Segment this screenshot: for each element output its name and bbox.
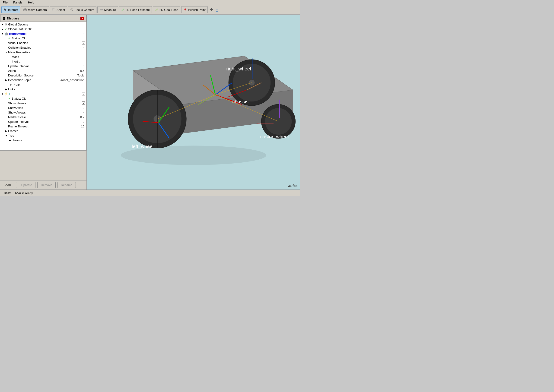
tf-label: TF: [9, 92, 81, 96]
frame-timeout-label: Frame Timeout: [8, 125, 81, 128]
tree-mass-properties[interactable]: ▼ Mass Properties: [0, 50, 86, 55]
goal-pose-button[interactable]: 2D Goal Pose: [153, 6, 180, 13]
left-wheel-label: left_wheel: [132, 144, 153, 149]
properties-panel: [0, 150, 86, 180]
visual-enabled-label: Visual Enabled: [8, 41, 81, 45]
reset-button[interactable]: Reset: [2, 191, 13, 195]
pose-estimate-icon: [121, 8, 125, 12]
expand-description-topic[interactable]: ▶: [5, 78, 8, 81]
status-message: RViz is ready.: [15, 191, 33, 195]
select-label: Select: [57, 8, 65, 12]
tree-show-arrows[interactable]: ▶ Show Arrows: [0, 110, 86, 115]
update-interval-tf-label: Update Interval: [8, 120, 83, 124]
collision-enabled-checkbox[interactable]: [82, 46, 85, 49]
menu-file[interactable]: File: [2, 0, 9, 4]
tree-show-axes[interactable]: ▶ Show Axes: [0, 105, 86, 110]
remove-toolbar-icon[interactable]: −: [215, 7, 219, 12]
tree-update-interval[interactable]: ▶ Update Interval 0: [0, 64, 86, 68]
tree-chassis[interactable]: ▶ chassis: [0, 138, 86, 142]
expand-robot-model[interactable]: ▼: [1, 32, 4, 35]
tree-collision-enabled[interactable]: ▶ Collision Enabled: [0, 45, 86, 50]
move-camera-button[interactable]: Move Camera: [21, 6, 49, 13]
goal-pose-icon: [155, 8, 159, 12]
mass-checkbox[interactable]: [82, 55, 85, 58]
tree-area[interactable]: ▶ ⚙ Global Options ▶ ✓ Global Status: Ok…: [0, 22, 86, 150]
marker-scale-value: 0.7: [80, 115, 85, 119]
tree-inertia[interactable]: ▶ Inertia: [0, 59, 86, 64]
frame-timeout-value: 15: [81, 125, 85, 128]
robot-model-checkbox[interactable]: [82, 32, 85, 35]
tree-robot-model[interactable]: ▼ 🤖 RobotModel: [0, 31, 86, 36]
description-source-label: Description Source: [8, 74, 78, 77]
tree-robot-status[interactable]: ▶ ✓ Status: Ok: [0, 36, 86, 41]
tree-tf-status[interactable]: ▶ ✓ Status: Ok: [0, 96, 86, 101]
tree-marker-scale[interactable]: ▶ Marker Scale 0.7: [0, 115, 86, 119]
menu-panels[interactable]: Panels: [12, 0, 23, 4]
svg-point-33: [249, 80, 255, 85]
show-axes-checkbox[interactable]: [82, 106, 85, 109]
tree-alpha[interactable]: ▶ Alpha 0.5: [0, 68, 86, 73]
interact-label: Interact: [8, 8, 18, 12]
tree-tf-prefix[interactable]: ▶ TF Prefix: [0, 82, 86, 87]
right-wheel-label: right_wheel: [226, 66, 251, 72]
pose-estimate-button[interactable]: 2D Pose Estimate: [119, 6, 152, 13]
tree-update-interval-tf[interactable]: ▶ Update Interval 0: [0, 119, 86, 124]
status-bar: Reset RViz is ready.: [0, 189, 300, 196]
inertia-checkbox[interactable]: [82, 60, 85, 63]
svg-point-2: [25, 9, 26, 10]
camera-icon: [23, 8, 27, 12]
3d-viewport[interactable]: ◀ ▶: [87, 15, 300, 189]
tree-global-status[interactable]: ▶ ✓ Global Status: Ok: [0, 27, 86, 31]
expand-tree[interactable]: ▼: [5, 134, 8, 137]
show-names-checkbox[interactable]: [82, 101, 85, 105]
alpha-label: Alpha: [8, 69, 80, 72]
tree-label: Tree: [8, 134, 85, 137]
show-arrows-checkbox[interactable]: [82, 111, 85, 114]
remove-button[interactable]: Remove: [37, 182, 55, 188]
add-toolbar-icon[interactable]: ✚: [209, 7, 214, 12]
svg-point-43: [265, 108, 291, 135]
displays-title: 🖥 Displays: [2, 17, 19, 20]
pin-icon: [183, 8, 187, 12]
expand-tf[interactable]: ▼: [1, 92, 4, 95]
expand-frames[interactable]: ▶: [5, 130, 8, 132]
tree-description-source[interactable]: ▶ Description Source Topic: [0, 73, 86, 78]
focus-camera-button[interactable]: Focus Camera: [68, 6, 96, 13]
tree-links[interactable]: ▶ Links: [0, 87, 86, 91]
expand-mass-properties[interactable]: ▼: [5, 51, 8, 54]
tree-global-options[interactable]: ▶ ⚙ Global Options: [0, 22, 86, 27]
tree-frames[interactable]: ▶ Frames: [0, 129, 86, 133]
duplicate-button[interactable]: Duplicate: [16, 182, 36, 188]
measure-button[interactable]: Measure: [97, 6, 118, 13]
select-button[interactable]: Select: [50, 6, 67, 13]
tree-visual-enabled[interactable]: ▶ Visual Enabled: [0, 41, 86, 45]
tree-frame-timeout[interactable]: ▶ Frame Timeout 15: [0, 124, 86, 129]
frames-label: Frames: [8, 129, 85, 133]
displays-header: 🖥 Displays ✕: [0, 15, 86, 22]
svg-rect-3: [25, 8, 26, 9]
add-button[interactable]: Add: [2, 182, 14, 188]
close-displays-button[interactable]: ✕: [80, 17, 84, 20]
show-names-label: Show Names: [8, 101, 81, 105]
tf-checkbox[interactable]: [82, 92, 85, 95]
tree-tree[interactable]: ▼ Tree: [0, 133, 86, 138]
expand-global-status[interactable]: ▶: [1, 28, 4, 30]
expand-chassis[interactable]: ▶: [9, 139, 11, 141]
rename-button[interactable]: Rename: [57, 182, 76, 188]
fps-counter: 31 fps: [288, 184, 297, 188]
menu-help[interactable]: Help: [27, 0, 35, 4]
tree-description-topic[interactable]: ▶ Description Topic /robot_description: [0, 78, 86, 82]
tree-tf[interactable]: ▼ ⚡ TF: [0, 91, 86, 96]
expand-global-options[interactable]: ▶: [1, 23, 4, 26]
toolbar: Interact Move Camera Select Focus Camera…: [0, 5, 300, 15]
tf-prefix-label: TF Prefix: [8, 83, 85, 86]
interact-button[interactable]: Interact: [1, 6, 20, 13]
svg-marker-0: [4, 8, 6, 11]
tree-mass[interactable]: ▶ Mass: [0, 55, 86, 59]
check2-icon: ✓: [8, 37, 11, 40]
description-topic-value: /robot_description: [61, 78, 85, 82]
expand-links[interactable]: ▶: [5, 88, 8, 91]
publish-point-button[interactable]: Publish Point: [181, 6, 208, 13]
tree-show-names[interactable]: ▶ Show Names: [0, 101, 86, 105]
visual-enabled-checkbox[interactable]: [82, 41, 85, 44]
